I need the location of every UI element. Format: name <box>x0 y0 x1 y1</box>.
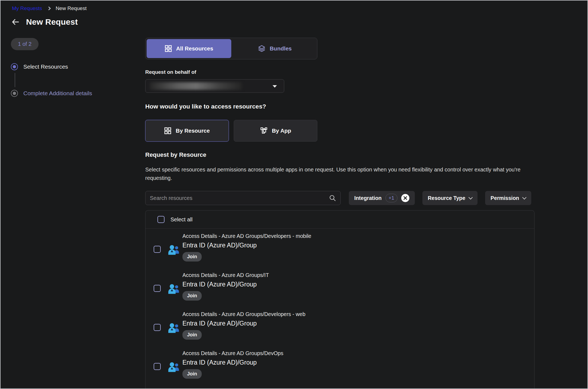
request-on-behalf-select[interactable] <box>145 79 284 93</box>
table-row[interactable]: Access Details - Azure AD Groups/Develop… <box>146 229 534 268</box>
stepper-item-label: Complete Additional details <box>23 90 92 97</box>
main-content: All Resources Bundles Request on behalf … <box>145 38 535 389</box>
by-app-button[interactable]: By App <box>234 120 317 142</box>
resource-subtitle: Entra ID (Azure AD)/Group <box>182 241 534 249</box>
stepper-item-label: Select Resources <box>23 63 68 70</box>
back-arrow-icon[interactable] <box>11 17 20 27</box>
filter-label: Resource Type <box>428 195 465 201</box>
page-header: New Request <box>11 17 78 27</box>
search-input[interactable] <box>150 195 329 201</box>
row-text: Access Details - Azure AD Groups/Develop… <box>182 229 534 262</box>
group-users-icon <box>168 244 180 256</box>
resource-title: Access Details - Azure AD Groups/IT <box>182 272 534 279</box>
row-checkbox[interactable] <box>154 285 161 292</box>
permission-badge: Join <box>182 369 202 379</box>
access-question-heading: How would you like to access resources? <box>145 103 535 110</box>
search-filter-row: Integration +1 Resource Type Permission <box>145 191 535 205</box>
step-counter-badge: 1 of 2 <box>11 38 39 50</box>
group-users-icon <box>168 362 180 373</box>
group-users-icon <box>168 323 180 334</box>
row-checkbox[interactable] <box>154 363 161 370</box>
radio-inactive-icon <box>11 90 18 97</box>
clear-filter-icon[interactable] <box>401 194 409 202</box>
permission-badge: Join <box>182 252 202 262</box>
permission-badge: Join <box>182 291 202 301</box>
filter-chip-permission[interactable]: Permission <box>485 191 531 205</box>
breadcrumb-link-my-requests[interactable]: My Requests <box>12 5 42 11</box>
redacted-user-value <box>150 82 242 90</box>
section-description: Select specific resources and permission… <box>145 165 535 182</box>
table-row[interactable]: Access Details - Azure AD Groups/Develop… <box>146 307 534 346</box>
table-row[interactable]: Access Details - Azure AD Groups/Admins … <box>146 385 534 389</box>
stepper: 1 of 2 Select Resources Complete Additio… <box>11 38 125 97</box>
mode-label: By Resource <box>176 127 210 134</box>
row-text: Access Details - Azure AD Groups/Develop… <box>182 307 534 340</box>
select-all-row: Select all <box>146 211 534 229</box>
tab-bundles[interactable]: Bundles <box>232 38 317 59</box>
request-on-behalf-label: Request on behalf of <box>145 69 535 75</box>
filter-label: Integration <box>354 195 382 201</box>
resource-title: Access Details - Azure AD Groups/Develop… <box>182 232 534 240</box>
breadcrumb-current: New Request <box>56 5 87 11</box>
filter-label: Permission <box>491 195 519 201</box>
stepper-connector <box>15 73 15 87</box>
filter-chip-integration[interactable]: Integration +1 <box>349 191 415 205</box>
resource-title: Access Details - Azure AD Groups/Develop… <box>182 311 534 318</box>
chevron-down-icon <box>522 195 527 199</box>
row-text: Access Details - Azure AD Groups/DevOps … <box>182 346 534 379</box>
filter-chip-resource-type[interactable]: Resource Type <box>422 191 478 205</box>
chevron-right-icon <box>47 7 51 10</box>
stepper-item-select-resources[interactable]: Select Resources <box>11 63 125 70</box>
page-title: New Request <box>26 17 78 27</box>
hierarchy-icon <box>260 127 268 135</box>
tab-label: All Resources <box>176 45 213 52</box>
group-users-icon <box>168 283 180 295</box>
stepper-item-complete-details[interactable]: Complete Additional details <box>11 90 125 97</box>
table-row[interactable]: Access Details - Azure AD Groups/DevOps … <box>146 346 534 385</box>
grid-icon <box>165 45 172 52</box>
access-mode-buttons: By Resource By App <box>145 120 535 142</box>
resource-title: Access Details - Azure AD Groups/DevOps <box>182 350 534 357</box>
select-all-checkbox[interactable] <box>157 216 165 223</box>
row-checkbox[interactable] <box>154 324 161 331</box>
mode-label: By App <box>272 127 291 134</box>
radio-active-icon <box>11 63 18 70</box>
select-all-label: Select all <box>170 216 192 223</box>
row-text: Access Details - Azure AD Groups/IT Entr… <box>182 268 534 301</box>
resource-bundle-tabs: All Resources Bundles <box>145 38 317 59</box>
breadcrumb: My Requests New Request <box>12 5 87 11</box>
permission-badge: Join <box>182 330 202 340</box>
resource-list: Select all Access Details - Azure AD Gro… <box>145 210 535 389</box>
table-row[interactable]: Access Details - Azure AD Groups/IT Entr… <box>146 268 534 307</box>
tab-all-resources[interactable]: All Resources <box>147 39 231 58</box>
row-checkbox[interactable] <box>154 246 161 253</box>
chevron-down-icon <box>273 85 277 88</box>
resource-subtitle: Entra ID (Azure AD)/Group <box>182 319 534 327</box>
section-title: Request by Resource <box>145 151 535 158</box>
chevron-down-icon <box>469 195 473 199</box>
search-box <box>145 191 341 205</box>
by-resource-button[interactable]: By Resource <box>145 120 229 142</box>
search-icon <box>329 194 336 202</box>
grid-icon <box>164 127 171 134</box>
layers-icon <box>258 45 265 52</box>
tab-label: Bundles <box>270 45 292 52</box>
resource-subtitle: Entra ID (Azure AD)/Group <box>182 358 534 366</box>
resource-subtitle: Entra ID (Azure AD)/Group <box>182 280 534 288</box>
row-text: Access Details - Azure AD Groups/Admins … <box>182 385 534 389</box>
extra-count-badge: +1 <box>385 194 397 202</box>
